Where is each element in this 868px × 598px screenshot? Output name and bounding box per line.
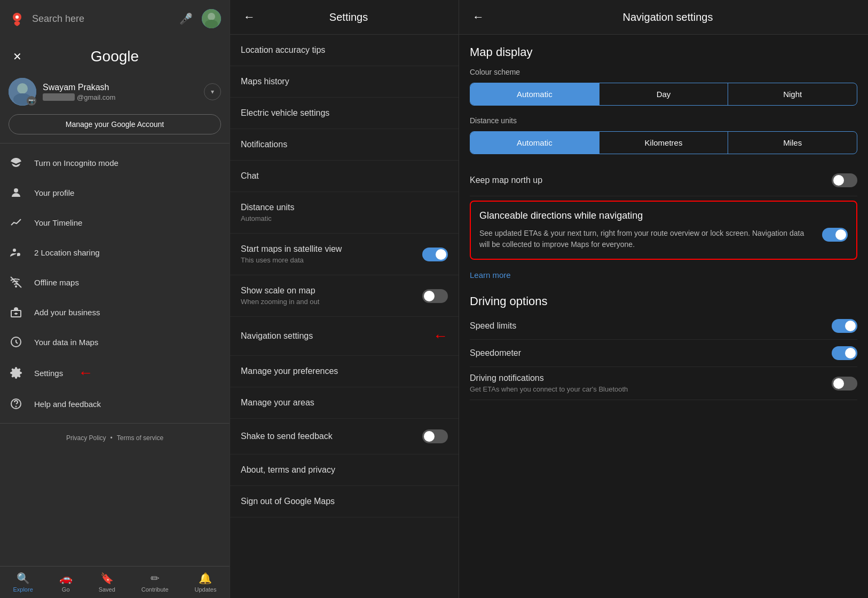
colour-scheme-group: Automatic Day Night (470, 83, 857, 106)
mic-icon[interactable]: 🎤 (176, 9, 195, 28)
driving-notif-toggle[interactable] (832, 377, 857, 390)
colour-night-btn[interactable]: Night (728, 83, 857, 105)
settings-item-title-satellite: Start maps in satellite view (241, 244, 342, 254)
search-input[interactable]: Search here (32, 13, 170, 25)
settings-item-location-tips[interactable]: Location accuracy tips (230, 35, 459, 66)
divider-1 (0, 143, 230, 143)
settings-row-scale: Show scale on map When zooming in and ou… (241, 286, 448, 306)
speed-limits-row: Speed limits (470, 313, 857, 340)
keep-north-toggle[interactable] (832, 173, 857, 187)
keep-north-label: Keep map north up (470, 176, 542, 185)
menu-item-location-sharing[interactable]: 2 Location sharing (0, 237, 230, 267)
driving-section-title: Driving options (470, 286, 857, 313)
satellite-toggle[interactable] (422, 248, 448, 261)
settings-item-title-nav: Navigation settings (241, 331, 313, 341)
settings-item-scale[interactable]: Show scale on map When zooming in and ou… (230, 275, 459, 317)
menu-item-incognito[interactable]: Turn on Incognito mode (0, 148, 230, 178)
distance-miles-btn[interactable]: Miles (728, 132, 857, 154)
menu-item-offline[interactable]: Offline maps (0, 267, 230, 297)
manage-account-button[interactable]: Manage your Google Account (9, 114, 221, 134)
colour-scheme-label: Colour scheme (470, 68, 857, 76)
menu-item-business[interactable]: Add your business (0, 297, 230, 327)
map-display-section-title: Map display (470, 35, 857, 68)
settings-item-nav[interactable]: Navigation settings ← (230, 317, 459, 356)
drawer-header: ✕ Google (0, 37, 230, 74)
settings-item-areas[interactable]: Manage your areas (230, 387, 459, 419)
settings-satellite-text: Start maps in satellite view This uses m… (241, 244, 342, 264)
menu-item-data[interactable]: Your data in Maps (0, 327, 230, 357)
driving-notifications-row: Driving notifications Get ETAs when you … (470, 367, 857, 400)
user-info: Swayam Prakash @gmail.com (43, 83, 198, 101)
avatar: 📷 (9, 78, 36, 106)
speedometer-toggle[interactable] (832, 346, 857, 360)
settings-header: ← Settings (230, 0, 459, 35)
profile-icon (9, 185, 23, 200)
bottom-nav-contribute[interactable]: ✏ Contribute (141, 572, 169, 593)
nav-settings-back-button[interactable]: ← (470, 9, 487, 26)
user-avatar-search[interactable] (202, 9, 221, 28)
settings-item-notifications[interactable]: Notifications (230, 129, 459, 161)
menu-label-offline: Offline maps (34, 278, 79, 287)
incognito-icon (9, 155, 23, 170)
driving-notif-sub: Get ETAs when you connect to your car's … (470, 385, 628, 393)
settings-item-title-preferences: Manage your preferences (241, 366, 448, 376)
feedback-toggle[interactable] (422, 429, 448, 443)
settings-item-ev[interactable]: Electric vehicle settings (230, 98, 459, 129)
speed-limits-label: Speed limits (470, 321, 516, 331)
close-button[interactable]: ✕ (9, 48, 26, 65)
privacy-policy-link[interactable]: Privacy Policy (66, 434, 106, 442)
settings-item-feedback[interactable]: Shake to send feedback (230, 419, 459, 455)
settings-item-about[interactable]: About, terms and privacy (230, 455, 459, 486)
settings-item-chat[interactable]: Chat (230, 161, 459, 192)
settings-item-title-distance: Distance units (241, 203, 448, 212)
settings-item-sub-distance: Automatic (241, 214, 448, 222)
explore-icon: 🔍 (17, 572, 30, 585)
scale-toggle[interactable] (422, 289, 448, 303)
colour-day-btn[interactable]: Day (599, 83, 729, 105)
settings-item-preferences[interactable]: Manage your preferences (230, 356, 459, 387)
contribute-icon: ✏ (151, 572, 160, 585)
distance-km-btn[interactable]: Kilometres (599, 132, 729, 154)
bottom-nav-explore[interactable]: 🔍 Explore (13, 572, 33, 593)
satellite-toggle-knob (436, 249, 446, 260)
glanceable-toggle[interactable] (822, 228, 848, 242)
settings-item-title-ev: Electric vehicle settings (241, 108, 448, 118)
nav-settings-header: ← Navigation settings (459, 0, 868, 35)
settings-title: Settings (266, 11, 448, 23)
google-maps-icon (9, 10, 26, 27)
bottom-nav-updates[interactable]: 🔔 Updates (194, 572, 216, 593)
settings-list: Location accuracy tips Maps history Elec… (230, 35, 459, 598)
settings-item-signout[interactable]: Sign out of Google Maps (230, 486, 459, 517)
settings-item-maps-history[interactable]: Maps history (230, 66, 459, 98)
bottom-nav-go-label: Go (62, 586, 70, 593)
svg-point-4 (205, 20, 218, 28)
nav-settings-title: Navigation settings (495, 11, 857, 23)
settings-item-satellite[interactable]: Start maps in satellite view This uses m… (230, 234, 459, 275)
learn-more-link[interactable]: Learn more (470, 264, 857, 286)
dropdown-button[interactable]: ▾ (204, 83, 221, 100)
distance-automatic-btn[interactable]: Automatic (470, 132, 599, 154)
distance-units-group: Automatic Kilometres Miles (470, 131, 857, 154)
menu-item-profile[interactable]: Your profile (0, 178, 230, 208)
driving-notif-toggle-knob (833, 378, 844, 389)
colour-automatic-btn[interactable]: Automatic (470, 83, 599, 105)
timeline-icon (9, 215, 23, 230)
terms-link[interactable]: Terms of service (117, 434, 163, 442)
menu-item-timeline[interactable]: Your Timeline (0, 208, 230, 237)
menu-item-settings[interactable]: Settings ← (0, 357, 230, 389)
bottom-nav-saved[interactable]: 🔖 Saved (99, 572, 115, 593)
svg-point-1 (15, 15, 19, 19)
svg-point-9 (13, 249, 16, 252)
saved-icon: 🔖 (100, 572, 114, 585)
settings-item-title-signout: Sign out of Google Maps (241, 497, 448, 506)
business-icon (9, 305, 23, 320)
glanceable-row: See updated ETAs & your next turn, right… (479, 228, 848, 250)
bottom-nav-go[interactable]: 🚗 Go (59, 572, 73, 593)
settings-back-button[interactable]: ← (241, 9, 258, 26)
settings-item-distance[interactable]: Distance units Automatic (230, 192, 459, 234)
user-name: Swayam Prakash (43, 83, 198, 92)
menu-item-help[interactable]: Help and feedback (0, 389, 230, 419)
user-email-row: @gmail.com (43, 93, 198, 101)
speed-limits-toggle[interactable] (832, 319, 857, 333)
glanceable-box: Glanceable directions while navigating S… (470, 201, 857, 260)
